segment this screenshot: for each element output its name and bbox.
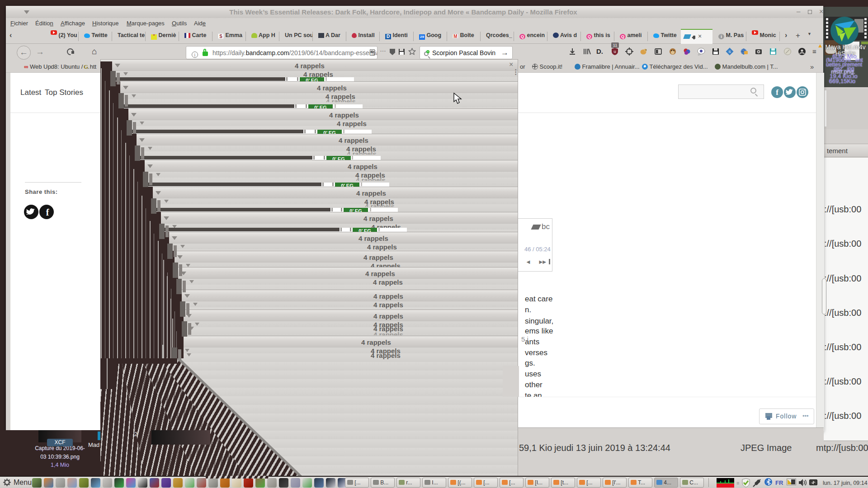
svg-text:f: f: [776, 88, 778, 97]
svg-text:f: f: [46, 207, 49, 217]
svg-text:S: S: [728, 50, 731, 54]
svg-text:u: u: [613, 49, 616, 54]
